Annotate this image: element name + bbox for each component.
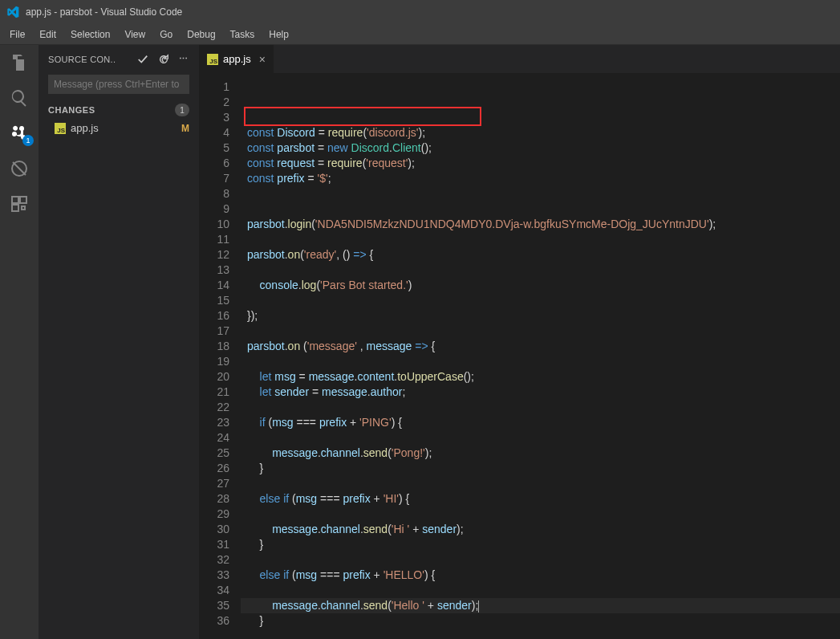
- code-line[interactable]: [241, 354, 840, 369]
- workspace: 1 SOURCE CON.. ⋯ CHANGES 1 JS app.js: [0, 45, 840, 639]
- code-line[interactable]: if (msg === prefix + 'PING') {: [241, 415, 840, 430]
- code-line[interactable]: message.channel.send('Pong!');: [241, 446, 840, 461]
- code-line[interactable]: [241, 583, 840, 598]
- code-line[interactable]: parsbot.on('ready', () => {: [241, 247, 840, 263]
- activity-search[interactable]: [0, 88, 39, 108]
- debug-icon: [10, 159, 29, 178]
- files-icon: [10, 53, 29, 72]
- menu-tasks[interactable]: Tasks: [224, 27, 262, 42]
- menu-edit[interactable]: Edit: [33, 27, 63, 42]
- window-title: app.js - parsbot - Visual Studio Code: [26, 6, 182, 18]
- code-line[interactable]: const parsbot = new Discord.Client();: [241, 140, 840, 156]
- menubar: File Edit Selection View Go Debug Tasks …: [0, 24, 840, 45]
- code-line[interactable]: [241, 430, 840, 446]
- js-file-icon: JS: [207, 54, 218, 65]
- js-file-icon: JS: [55, 123, 66, 134]
- horizontal-scrollbar[interactable]: [199, 631, 840, 639]
- activity-explorer[interactable]: [0, 53, 39, 72]
- code-line[interactable]: console.log('Pars Bot started.'): [241, 278, 840, 293]
- code-line[interactable]: });: [241, 308, 840, 324]
- code-line[interactable]: [241, 324, 840, 339]
- activity-bar: 1: [0, 45, 39, 639]
- code-line[interactable]: [241, 293, 840, 308]
- activity-extensions[interactable]: [0, 194, 39, 214]
- code-line[interactable]: [241, 263, 840, 278]
- code-line[interactable]: message.channel.send('Hello ' + sender);: [241, 598, 840, 613]
- code-line[interactable]: let sender = message.author;: [241, 385, 840, 400]
- code-line[interactable]: else if (msg === prefix + 'HI') {: [241, 491, 840, 507]
- changes-section[interactable]: CHANGES 1: [39, 100, 199, 120]
- changed-file-row[interactable]: JS app.js M: [39, 120, 199, 136]
- code-line[interactable]: [241, 232, 840, 247]
- code-line[interactable]: const Discord = require('discord.js');: [241, 125, 840, 140]
- check-icon[interactable]: [137, 54, 148, 65]
- menu-file[interactable]: File: [3, 27, 31, 42]
- changed-file-name: app.js: [71, 122, 99, 134]
- code-line[interactable]: parsbot.on ('message' , message => {: [241, 339, 840, 354]
- more-icon[interactable]: ⋯: [179, 54, 189, 64]
- menu-go[interactable]: Go: [153, 27, 179, 42]
- code-line[interactable]: const request = require('request');: [241, 156, 840, 171]
- search-icon: [10, 88, 29, 108]
- code-line[interactable]: [241, 507, 840, 522]
- changes-label: CHANGES: [48, 105, 95, 115]
- commit-message-input[interactable]: [48, 75, 189, 94]
- menu-help[interactable]: Help: [262, 27, 295, 42]
- code-line[interactable]: message.channel.send('Hi ' + sender);: [241, 522, 840, 537]
- code-line[interactable]: [241, 400, 840, 415]
- code-editor[interactable]: 1234567891011121314151617181920212223242…: [199, 73, 840, 631]
- scm-badge: 1: [22, 135, 34, 146]
- code-line[interactable]: }: [241, 461, 840, 476]
- menu-debug[interactable]: Debug: [181, 27, 221, 42]
- titlebar: app.js - parsbot - Visual Studio Code: [0, 0, 840, 24]
- extensions-icon: [10, 194, 29, 214]
- line-number-gutter: 1234567891011121314151617181920212223242…: [199, 73, 241, 631]
- code-line[interactable]: let msg = message.content.toUpperCase();: [241, 369, 840, 385]
- code-line[interactable]: [241, 186, 840, 201]
- file-status-badge: M: [181, 123, 189, 134]
- refresh-icon[interactable]: [158, 54, 169, 65]
- code-line[interactable]: [241, 629, 840, 631]
- tab-bar: JS app.js ×: [199, 45, 840, 73]
- annotation-highlight: [244, 107, 481, 126]
- activity-debug[interactable]: [0, 159, 39, 178]
- code-line[interactable]: const prefix = '$';: [241, 171, 840, 186]
- code-line[interactable]: [241, 476, 840, 491]
- vscode-logo-icon: [6, 6, 19, 18]
- code-line[interactable]: }: [241, 537, 840, 552]
- code-line[interactable]: }: [241, 613, 840, 629]
- code-line[interactable]: parsbot.login('NDA5NDI5MzkzNDU1NDQ4MDY0.…: [241, 217, 840, 232]
- changes-count: 1: [175, 104, 189, 116]
- sidebar-title: SOURCE CON..: [48, 55, 116, 64]
- close-icon[interactable]: ×: [259, 53, 266, 66]
- code-line[interactable]: else if (msg === prefix + 'HELLO') {: [241, 568, 840, 583]
- tab-appjs[interactable]: JS app.js ×: [199, 45, 274, 73]
- sidebar-header: SOURCE CON.. ⋯: [39, 45, 199, 73]
- sidebar: SOURCE CON.. ⋯ CHANGES 1 JS app.js M: [39, 45, 199, 639]
- code-line[interactable]: [241, 201, 840, 217]
- menu-view[interactable]: View: [118, 27, 152, 42]
- tab-label: app.js: [223, 53, 251, 65]
- activity-scm[interactable]: 1: [0, 124, 39, 143]
- code-content[interactable]: const Discord = require('discord.js');co…: [241, 73, 840, 631]
- code-line[interactable]: [241, 552, 840, 568]
- menu-selection[interactable]: Selection: [64, 27, 116, 42]
- editor-area: JS app.js × 1234567891011121314151617181…: [199, 45, 840, 639]
